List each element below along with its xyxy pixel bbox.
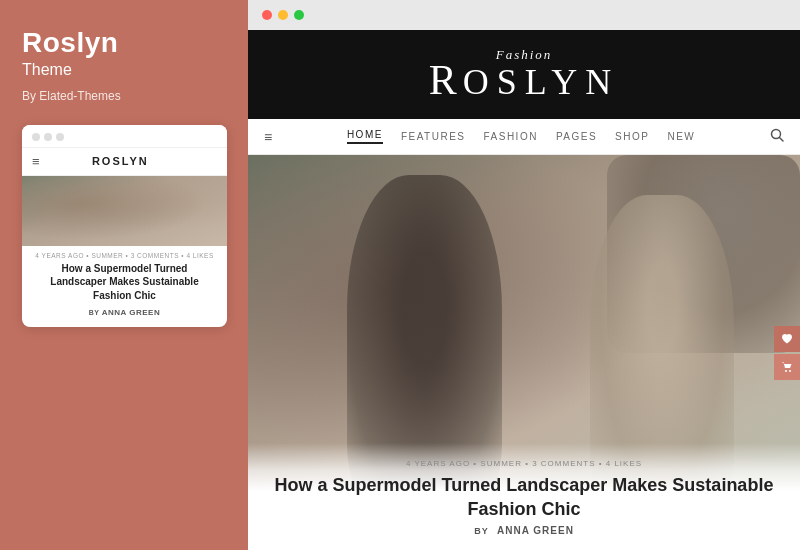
article-byline: by ANNA GREEN	[268, 525, 780, 536]
mobile-article-image	[22, 176, 227, 246]
nav-link-features[interactable]: FEATURES	[401, 131, 466, 142]
mobile-byline-pre: by	[89, 309, 100, 316]
article-author: ANNA GREEN	[497, 525, 574, 536]
nav-link-fashion[interactable]: FASHION	[483, 131, 537, 142]
mobile-dots	[32, 133, 64, 141]
nav-link-home[interactable]: HOME	[347, 129, 383, 144]
theme-title: Roslyn	[22, 28, 226, 59]
article-meta: 4 YEARS AGO • SUMMER • 3 COMMENTS • 4 LI…	[268, 459, 780, 468]
site-logo-r: R	[429, 57, 463, 103]
browser-content: Fashion ROSLYN ≡ HOME FEATURES FASHION P…	[248, 30, 800, 550]
site-header: Fashion ROSLYN	[248, 30, 800, 119]
mobile-article-meta: 4 YEARS AGO • SUMMER • 3 COMMENTS • 4 LI…	[22, 246, 227, 262]
mobile-dot-3	[56, 133, 64, 141]
nav-link-pages[interactable]: PAGES	[556, 131, 597, 142]
mobile-author-name: ANNA GREEN	[102, 308, 160, 317]
svg-line-1	[780, 138, 784, 142]
site-main: 4 YEARS AGO • SUMMER • 3 COMMENTS • 4 LI…	[248, 155, 800, 550]
mobile-preview-card: ≡ ROSLYN 4 YEARS AGO • SUMMER • 3 COMMEN…	[22, 125, 227, 328]
mobile-nav-bar: ≡ ROSLYN	[22, 148, 227, 176]
cart-button[interactable]	[774, 354, 800, 380]
nav-link-new[interactable]: NEW	[667, 131, 695, 142]
mobile-hamburger-icon[interactable]: ≡	[32, 155, 40, 168]
nav-links: HOME FEATURES FASHION PAGES SHOP NEW	[347, 129, 695, 144]
mobile-article-byline: by ANNA GREEN	[22, 308, 227, 327]
byline-pre: by	[474, 526, 489, 536]
mobile-logo: ROSLYN	[92, 155, 149, 167]
site-logo-rest: OSLYN	[463, 62, 619, 102]
site-nav: ≡ HOME FEATURES FASHION PAGES SHOP NEW	[248, 119, 800, 155]
nav-hamburger-icon[interactable]: ≡	[264, 129, 272, 145]
article-overlay: 4 YEARS AGO • SUMMER • 3 COMMENTS • 4 LI…	[248, 443, 800, 550]
browser-dot-green[interactable]	[294, 10, 304, 20]
mobile-article-image-inner	[22, 176, 227, 246]
browser-dot-yellow[interactable]	[278, 10, 288, 20]
mobile-top-bar	[22, 125, 227, 148]
mobile-dot-1	[32, 133, 40, 141]
nav-search-icon[interactable]	[770, 128, 784, 145]
theme-subtitle: Theme	[22, 61, 226, 79]
left-panel: Roslyn Theme By Elated-Themes ≡ ROSLYN 4…	[0, 0, 248, 550]
theme-author: By Elated-Themes	[22, 89, 226, 103]
browser-chrome	[248, 0, 800, 30]
browser-dot-red[interactable]	[262, 10, 272, 20]
nav-link-shop[interactable]: SHOP	[615, 131, 649, 142]
svg-point-3	[789, 370, 791, 372]
wishlist-button[interactable]	[774, 326, 800, 352]
svg-point-2	[785, 370, 787, 372]
mobile-dot-2	[44, 133, 52, 141]
browser-panel: Fashion ROSLYN ≡ HOME FEATURES FASHION P…	[248, 0, 800, 550]
mobile-article-title: How a Supermodel Turned Landscaper Makes…	[22, 262, 227, 309]
site-logo-main: ROSLYN	[268, 57, 780, 103]
article-title: How a Supermodel Turned Landscaper Makes…	[268, 474, 780, 521]
side-icons	[774, 326, 800, 380]
